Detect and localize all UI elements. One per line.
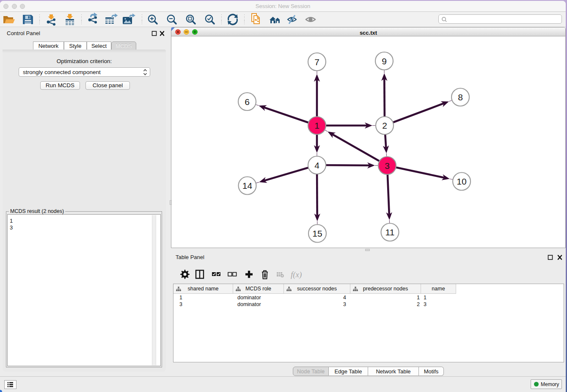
svg-text:11: 11 <box>385 227 395 237</box>
svg-text:3: 3 <box>385 161 390 171</box>
svg-text:15: 15 <box>312 229 322 238</box>
svg-text:6: 6 <box>245 97 250 107</box>
svg-text:7: 7 <box>314 57 319 67</box>
svg-text:14: 14 <box>242 181 253 190</box>
svg-text:9: 9 <box>382 56 387 66</box>
svg-text:4: 4 <box>314 160 319 170</box>
svg-text:1: 1 <box>314 121 319 130</box>
svg-text:10: 10 <box>457 177 466 186</box>
svg-text:8: 8 <box>458 92 463 102</box>
svg-text:2: 2 <box>382 121 387 130</box>
svg-text:f(x): f(x) <box>291 270 302 279</box>
